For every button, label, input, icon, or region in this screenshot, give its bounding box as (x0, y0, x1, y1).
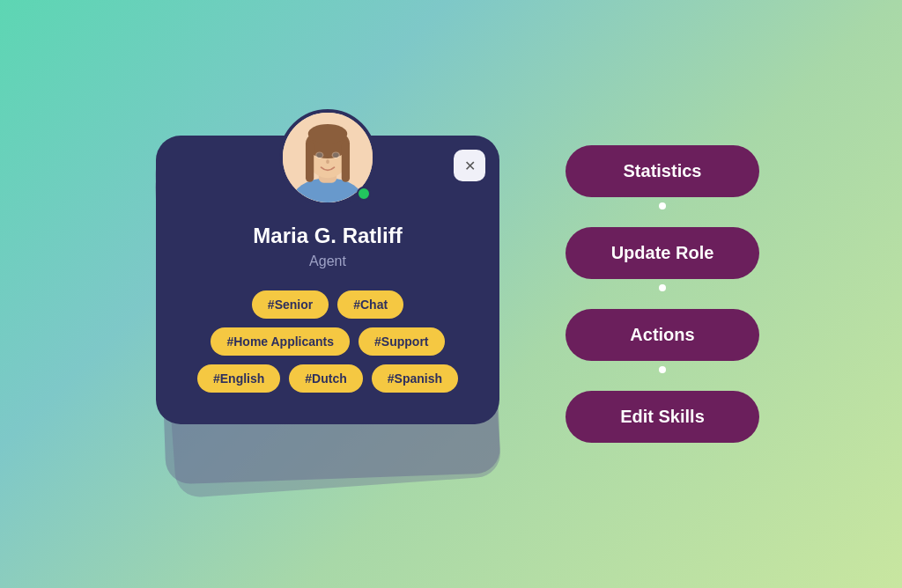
svg-rect-5 (306, 141, 314, 181)
tag-chat: #Chat (337, 290, 403, 319)
statistics-dot (659, 202, 666, 209)
update-role-dot (659, 284, 666, 291)
user-name: Maria G. Ratliff (253, 224, 402, 248)
tag-senior: #Senior (252, 290, 329, 319)
statistics-button[interactable]: Statistics (566, 145, 759, 197)
close-button[interactable]: ✕ (454, 150, 485, 181)
update-role-wrapper: Update Role (566, 227, 759, 291)
edit-skills-wrapper: Edit Skills (566, 391, 759, 443)
actions-panel: Statistics Update Role Actions Edit Skil… (566, 145, 759, 443)
tag-dutch: #Dutch (289, 364, 362, 393)
profile-card: ✕ (156, 136, 499, 424)
update-role-button[interactable]: Update Role (566, 227, 759, 279)
card-stack: ✕ (143, 83, 513, 505)
avatar-wrapper (279, 109, 376, 206)
svg-point-11 (332, 152, 340, 158)
actions-dot (659, 366, 666, 373)
tags-container: #Senior #Chat #Home Applicants #Support … (182, 290, 473, 393)
tag-spanish: #Spanish (372, 364, 458, 393)
edit-skills-button[interactable]: Edit Skills (566, 391, 759, 443)
actions-wrapper: Actions (566, 309, 759, 373)
svg-point-7 (308, 124, 348, 143)
statistics-wrapper: Statistics (566, 145, 759, 209)
tag-home-applicants: #Home Applicants (211, 327, 350, 356)
svg-point-10 (315, 152, 323, 158)
actions-button[interactable]: Actions (566, 309, 759, 361)
main-container: ✕ (0, 0, 902, 588)
tag-english: #English (197, 364, 280, 393)
svg-point-12 (326, 159, 329, 164)
svg-rect-6 (342, 141, 350, 181)
online-status-dot (357, 187, 371, 201)
user-role: Agent (309, 254, 346, 269)
tag-support: #Support (359, 327, 444, 356)
